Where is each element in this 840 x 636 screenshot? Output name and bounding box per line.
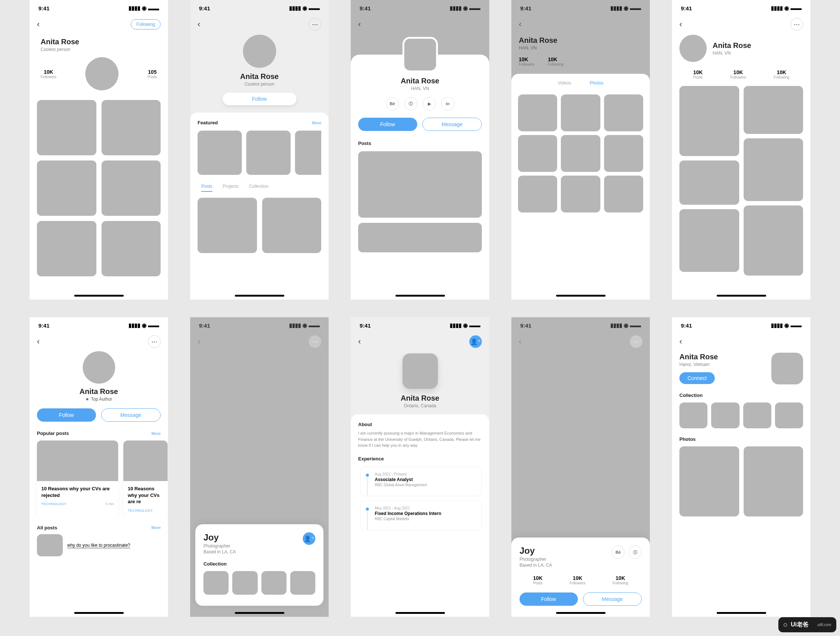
photo-thumbnail[interactable]	[604, 176, 643, 213]
masonry-item[interactable]	[744, 205, 804, 275]
post-image[interactable]	[358, 151, 482, 218]
tab-projects[interactable]: Projects	[223, 184, 238, 192]
message-button[interactable]: Message	[422, 118, 482, 131]
home-indicator[interactable]	[556, 612, 606, 614]
photo-item[interactable]	[679, 446, 739, 516]
back-icon[interactable]: ‹	[358, 337, 361, 346]
back-icon[interactable]: ‹	[197, 20, 200, 29]
masonry-item[interactable]	[744, 86, 804, 134]
collection-item[interactable]	[775, 403, 803, 428]
photo-thumbnail[interactable]	[604, 94, 643, 131]
post-thumbnail[interactable]	[262, 198, 322, 253]
follow-button[interactable]: Follow	[37, 408, 96, 422]
avatar[interactable]	[771, 353, 803, 384]
follow-button[interactable]: Follow	[358, 118, 417, 131]
home-indicator[interactable]	[556, 295, 606, 297]
photo-thumbnail[interactable]	[604, 135, 643, 172]
message-button[interactable]: Message	[583, 592, 642, 606]
photo-thumbnail[interactable]	[518, 135, 557, 172]
add-friend-button[interactable]: 👤⁺	[469, 335, 482, 348]
more-link[interactable]: More	[152, 431, 161, 436]
following-button[interactable]: Following	[131, 19, 161, 30]
collection-item[interactable]	[290, 571, 315, 595]
post-thumbnail[interactable]	[37, 161, 96, 216]
collection-item[interactable]	[711, 403, 739, 428]
masonry-item[interactable]	[679, 86, 739, 156]
youtube-icon[interactable]: ▶	[423, 97, 436, 110]
behance-icon[interactable]: Bē	[611, 546, 625, 559]
stat-posts[interactable]: 10K Posts	[533, 575, 543, 585]
photo-thumbnail[interactable]	[561, 176, 600, 213]
more-button[interactable]: ⋯	[309, 18, 321, 31]
instagram-icon[interactable]: ⓘ	[628, 546, 642, 559]
more-button[interactable]: ⋯	[630, 335, 643, 348]
masonry-item[interactable]	[744, 139, 804, 201]
collection-item[interactable]	[743, 403, 771, 428]
follow-button[interactable]: Follow	[519, 592, 578, 606]
collection-item[interactable]	[679, 403, 707, 428]
home-indicator[interactable]	[717, 295, 766, 297]
add-friend-button[interactable]: 👤⁺	[303, 532, 315, 545]
more-button[interactable]: ⋯	[791, 18, 803, 31]
masonry-item[interactable]	[679, 209, 739, 272]
avatar[interactable]	[679, 35, 707, 62]
avatar[interactable]	[85, 57, 118, 90]
post-thumbnail[interactable]	[37, 534, 63, 556]
post-thumbnail[interactable]	[37, 100, 96, 155]
home-indicator[interactable]	[235, 295, 284, 297]
featured-thumbnail[interactable]	[197, 131, 242, 175]
back-icon[interactable]: ‹	[519, 337, 521, 346]
post-thumbnail[interactable]	[197, 198, 257, 253]
stat-following[interactable]: 10K Following	[613, 575, 628, 585]
back-icon[interactable]: ‹	[37, 337, 39, 346]
photo-thumbnail[interactable]	[518, 176, 557, 213]
back-icon[interactable]: ‹	[679, 20, 682, 29]
photo-item[interactable]	[744, 446, 804, 516]
stat-followers[interactable]: 10K Followers	[730, 69, 746, 79]
tab-collection[interactable]: Collection	[249, 184, 268, 192]
instagram-icon[interactable]: ⓘ	[404, 97, 418, 110]
back-icon[interactable]: ‹	[679, 337, 682, 346]
avatar[interactable]	[403, 37, 438, 72]
home-indicator[interactable]	[717, 612, 766, 614]
experience-item[interactable]: Aug 2021 - Present Associate Analyst RBC…	[366, 472, 476, 494]
back-icon[interactable]: ‹	[358, 20, 361, 29]
collection-item[interactable]	[261, 571, 287, 595]
collection-item[interactable]	[232, 571, 257, 595]
connect-button[interactable]: Connect	[679, 372, 715, 384]
experience-item[interactable]: May 2021 - Aug 2021 Fixed Income Operati…	[366, 506, 476, 528]
featured-thumbnail[interactable]	[246, 131, 291, 175]
collection-item[interactable]	[204, 571, 229, 595]
back-icon[interactable]: ‹	[519, 20, 521, 29]
post-card[interactable]: 10 Reasons why your CVs are rejected TEC…	[37, 441, 118, 517]
tab-videos[interactable]: Videos	[558, 80, 571, 88]
stat-following[interactable]: 10K Following	[774, 69, 789, 79]
behance-icon[interactable]: Bē	[386, 97, 399, 110]
back-icon[interactable]: ‹	[197, 337, 200, 346]
back-icon[interactable]: ‹	[37, 20, 39, 29]
photo-thumbnail[interactable]	[518, 94, 557, 131]
tab-photos[interactable]: Photos	[590, 80, 603, 88]
photo-thumbnail[interactable]	[561, 135, 600, 172]
post-thumbnail[interactable]	[101, 161, 161, 216]
home-indicator[interactable]	[74, 295, 124, 297]
linkedin-icon[interactable]: in	[441, 97, 455, 110]
home-indicator[interactable]	[395, 295, 445, 297]
stat-posts[interactable]: 10K Posts	[693, 69, 703, 79]
follow-button[interactable]: Follow	[223, 93, 297, 105]
post-card[interactable]: 10 Reasons why your CVs are re TECHNOLOG…	[123, 441, 167, 517]
home-indicator[interactable]	[74, 612, 124, 614]
photo-thumbnail[interactable]	[561, 94, 600, 131]
home-indicator[interactable]	[395, 612, 445, 614]
stat-following[interactable]: 10K Following	[548, 57, 564, 66]
post-image[interactable]	[358, 223, 482, 252]
home-indicator[interactable]	[235, 612, 284, 614]
more-link[interactable]: More	[152, 525, 161, 530]
avatar[interactable]	[83, 351, 115, 384]
post-thumbnail[interactable]	[101, 221, 161, 276]
stat-posts[interactable]: 105 Posts	[148, 69, 157, 79]
message-button[interactable]: Message	[101, 408, 161, 422]
post-thumbnail[interactable]	[37, 221, 96, 276]
featured-thumbnail[interactable]	[295, 131, 321, 175]
more-button[interactable]: ⋯	[309, 335, 321, 348]
